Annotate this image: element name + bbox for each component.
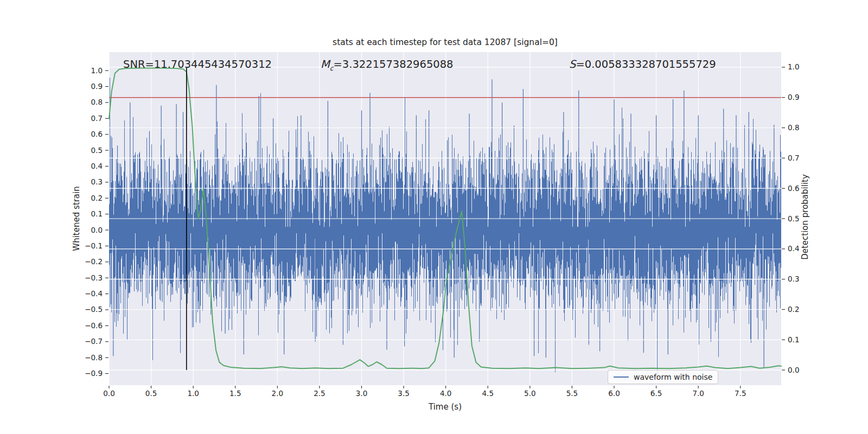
y-axis-label-left: Whitened strain (72, 186, 81, 251)
y-right-tick-label: 0.9 (788, 93, 799, 101)
annotation-snr: SNR=11.703445434570312 (123, 58, 272, 71)
legend-label: waveform with noise (634, 373, 712, 381)
x-tick-label: 6.0 (608, 389, 620, 398)
y-left-tick-label: −0.3 (85, 273, 103, 282)
x-tick-label: 1.0 (187, 389, 199, 398)
y-left-tick-label: 0.6 (91, 130, 103, 138)
y-right-tick-label: 0.3 (788, 275, 799, 283)
y-right-tick-label: 0.4 (788, 244, 799, 253)
x-tick-label: 4.5 (482, 389, 494, 398)
y-right-tick-label: 0.0 (788, 366, 799, 374)
y-left-tick-label: −0.2 (85, 257, 103, 266)
x-tick-label: 0.5 (145, 389, 157, 398)
legend-line-sample (614, 376, 629, 378)
y-left-tick-label: 0.8 (91, 98, 103, 106)
legend: waveform with noise (608, 370, 718, 384)
y-left-tick-label: 0.9 (91, 82, 103, 91)
x-tick-label: 5.0 (524, 389, 535, 398)
y-left-tick-label: 0.3 (91, 177, 103, 186)
x-tick-label: 2.0 (272, 389, 283, 398)
y-left-tick-label: −0.7 (85, 337, 103, 346)
y-left-tick-label: −0.1 (85, 241, 103, 250)
chart-title: stats at each timestep for test data 120… (109, 37, 781, 47)
x-tick-label: 0.0 (103, 389, 114, 398)
y-right-tick-label: 1.0 (788, 62, 799, 71)
y-right-tick-label: 0.8 (788, 123, 799, 132)
y-axis-label-right: Detection probability (800, 174, 810, 260)
x-tick-label: 7.0 (692, 389, 704, 398)
y-left-tick-label: 0.4 (91, 162, 103, 170)
y-left-tick-label: −0.6 (85, 321, 103, 330)
y-left-tick-label: −0.9 (85, 369, 103, 378)
y-left-tick-label: 0.2 (91, 194, 103, 202)
annotation-s-statistic: S=0.005833328701555729 (569, 58, 716, 71)
figure: 1.00.90.80.70.60.50.40.30.20.10.0−0.1−0.… (0, 0, 868, 434)
x-tick-label: 2.5 (314, 389, 325, 398)
y-left-tick-label: −0.5 (85, 305, 103, 314)
x-tick-label: 7.5 (735, 389, 746, 398)
y-left-tick-label: 0.0 (91, 226, 103, 234)
y-left-tick-label: −0.4 (85, 289, 103, 298)
annotation-chirp-mass: Mc=3.322157382965088 (321, 58, 454, 72)
annotation-chirp-mass-symbol: M (321, 58, 330, 71)
y-right-tick-label: 0.7 (788, 154, 799, 162)
y-left-tick-label: 1.0 (91, 66, 103, 75)
annotation-s-value: =0.005833328701555729 (576, 58, 716, 71)
x-tick-label: 3.0 (356, 389, 367, 398)
x-tick-label: 4.0 (440, 389, 451, 398)
y-right-tick-label: 0.5 (788, 214, 799, 223)
x-tick-label: 1.5 (229, 389, 241, 398)
x-axis-label: Time (s) (109, 402, 781, 412)
y-left-tick-label: 0.7 (91, 114, 103, 123)
y-left-tick-label: 0.5 (91, 146, 103, 155)
annotation-s-symbol: S (569, 58, 576, 71)
y-right-tick-label: 0.6 (788, 184, 799, 193)
x-tick-label: 6.5 (650, 389, 662, 398)
annotation-chirp-mass-value: =3.322157382965088 (333, 58, 453, 71)
y-right-tick-label: 0.1 (788, 335, 799, 344)
x-tick-label: 3.5 (398, 389, 409, 398)
x-tick-label: 5.5 (566, 389, 578, 398)
y-right-tick-label: 0.2 (788, 305, 799, 314)
y-left-tick-label: −0.8 (85, 353, 103, 362)
y-left-tick-label: 0.1 (91, 209, 103, 218)
